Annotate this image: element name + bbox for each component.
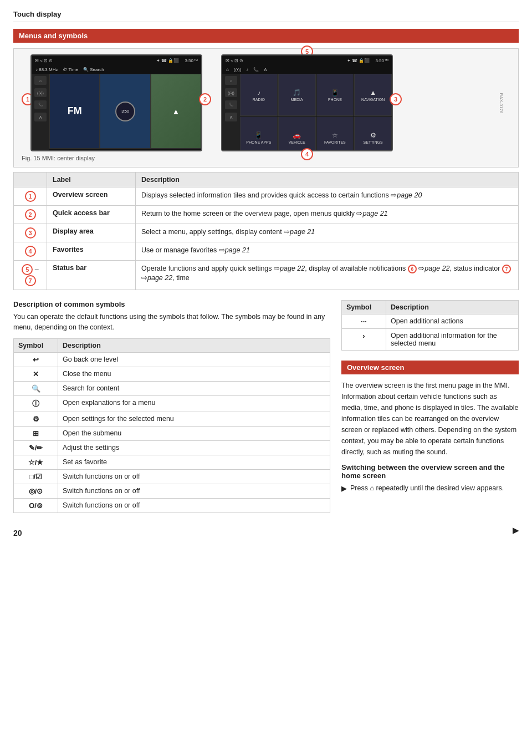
next-page-arrow[interactable]: ▶ (513, 526, 519, 535)
home-btn[interactable]: ⌂ (34, 76, 47, 85)
callout-cell-4: 4 (14, 242, 47, 261)
info-symbol: ⓘ (32, 399, 39, 408)
desc-cell-favorites: Use or manage favorites ⇨page 21 (136, 242, 519, 261)
sym-row-checkbox: □/☑ Switch functions on or off (14, 469, 330, 484)
radio-btn[interactable]: ((•)) (34, 88, 47, 97)
checkbox-symbol: □/☑ (29, 473, 42, 481)
rsym-dots: ··· (342, 314, 386, 329)
table-row: 5 – 7 Status bar Operate functions and a… (14, 261, 519, 290)
sym-col-symbol: Symbol (14, 338, 58, 352)
r-phone-btn[interactable]: 📞 (225, 100, 237, 109)
right-time-display: 3:50™ (375, 58, 388, 63)
pageref-4: page 21 (225, 246, 250, 254)
rsym-row-dots: ··· Open additional actions (342, 314, 519, 329)
sym-toggle2: O/⊚ (14, 498, 58, 513)
page-number: 20 (13, 529, 22, 537)
right-screen-wrap: 5 6 7 ✉ < ⊡ ⊙ ✦ ☎ 🔒⬛ 3:50™ (221, 54, 393, 151)
settings-symbol: ⚙ (33, 415, 39, 423)
bullet-arrow: ▶ (341, 483, 347, 494)
sym-toggle1: ◎/⊙ (14, 484, 58, 498)
sym-desc-star: Set as favorite (58, 455, 330, 469)
callout-cell-3: 3 (14, 224, 47, 242)
rsym-chevron: › (342, 329, 386, 351)
switching-subheading: Switching between the overview screen an… (341, 463, 519, 480)
home-icon-inline: ⌂ (370, 484, 374, 492)
symbols-table-left: Symbol Description ↩ Go back one level ✕… (13, 338, 330, 513)
toggle2-symbol: O/⊚ (29, 501, 43, 510)
desc-cell-status: Operate functions and apply quick settin… (136, 261, 519, 290)
rsym-desc-chevron: Open additional information for the sele… (386, 329, 519, 351)
menu-settings[interactable]: ⚙SETTINGS (354, 116, 392, 151)
nav-marker: ▲ (172, 107, 180, 116)
r-music[interactable]: ♪ (244, 67, 250, 73)
sym-row-close: ✕ Close the menu (14, 367, 330, 381)
r-phone[interactable]: 📞 (252, 67, 260, 73)
right-col: Symbol Description ··· Open additional a… (341, 300, 519, 513)
rsym-col-desc: Description (386, 301, 519, 314)
sym-row-toggle1: ◎/⊙ Switch functions on or off (14, 484, 330, 498)
tiles-row: FM 3:50 ▲ (49, 74, 201, 149)
sym-desc-edit: Adjust the settings (58, 440, 330, 455)
az-btn[interactable]: A (34, 113, 47, 121)
right-menu-area: ⌂ ((•)) 📞 A ♪RADIO 🎵MEDIA 📱PHONE ▲NAVIGA… (222, 74, 392, 151)
common-symbols-title: Description of common symbols (13, 300, 330, 308)
table-row: 3 Display area Select a menu, apply sett… (14, 224, 519, 242)
sym-row-star: ☆/★ Set as favorite (14, 455, 330, 469)
right-quick-bar: ⌂ ((•)) ♪ 📞 A (222, 65, 392, 74)
r-radio[interactable]: ((•)) (232, 67, 243, 73)
tile-nav[interactable]: ▲ (151, 74, 201, 149)
menu-vehicle[interactable]: 🚗VEHICLE (278, 116, 316, 151)
sym-row-toggle2: O/⊚ Switch functions on or off (14, 498, 330, 513)
menu-nav[interactable]: ▲NAVIGATION (354, 74, 392, 116)
callout-num-1: 1 (25, 191, 36, 202)
chevron-symbol: › (362, 332, 365, 340)
r-home[interactable]: ⌂ (224, 67, 231, 73)
nav-map: ▲ (151, 74, 201, 148)
tile-clock[interactable]: 3:50 (100, 74, 150, 149)
rax-watermark: RAX-0176 (499, 93, 504, 113)
overview-body-text: The overview screen is the first menu pa… (341, 380, 519, 458)
sym-desc-back: Go back one level (58, 352, 330, 367)
mmi-bottom-bar: ⏮ ⏸ ⏭ ⏱ ⌂ (49, 149, 201, 151)
sym-row-settings: ⚙ Open settings for the selected menu (14, 412, 330, 426)
callout-num-7: 7 (25, 275, 36, 286)
rsym-desc-dots: Open additional actions (386, 314, 519, 329)
close-symbol: ✕ (33, 370, 39, 378)
quick-access-bar: ♪ 88.3 MHz ⏱ Time 🔍 Search (32, 65, 201, 74)
menu-phone[interactable]: 📱PHONE (316, 74, 354, 116)
table-row: 2 Quick access bar Return to the home sc… (14, 206, 519, 224)
pageref-2: page 21 (362, 210, 387, 217)
sym-desc-info: Open explanations for a menu (58, 395, 330, 412)
menu-favorites[interactable]: ☆FAVORITES (316, 116, 354, 151)
sym-desc-toggle2: Switch functions on or off (58, 498, 330, 513)
bullet-text: Press ⌂ repeatedly until the desired vie… (350, 483, 504, 494)
search-symbol: 🔍 (32, 384, 40, 393)
callout-inline-7: 7 (502, 265, 511, 273)
sym-checkbox: □/☑ (14, 469, 58, 484)
sym-desc-settings: Open settings for the selected menu (58, 412, 330, 426)
r-home-btn[interactable]: ⌂ (225, 76, 237, 85)
desc-cell-qab: Return to the home screen or the overvie… (136, 206, 519, 224)
right-left-col: ⌂ ((•)) 📞 A (222, 74, 240, 151)
dots-symbol: ··· (361, 317, 367, 326)
desc-cell-display: Select a menu, apply settings, display c… (136, 224, 519, 242)
menu-media[interactable]: 🎵MEDIA (278, 74, 316, 116)
clock-dial: 3:50 (115, 102, 135, 121)
callout-num-2: 2 (25, 209, 36, 220)
figure-caption: Fig. 15 MMI: center display (19, 155, 513, 161)
r-radio-btn[interactable]: ((•)) (225, 88, 237, 97)
left-time-display: 3:50™ (185, 58, 198, 63)
tile-fm[interactable]: FM (49, 74, 100, 149)
sym-desc-close: Close the menu (58, 367, 330, 381)
screens-container: 1 ✉ < ⊡ ⊙ ✦ ☎ 🔒⬛ 3:50™ ♪ 88.3 MHz ⏱ Time (19, 54, 513, 151)
pageref-5b: page 22 (424, 265, 449, 272)
r-az[interactable]: A (262, 67, 268, 73)
r-az-btn[interactable]: A (225, 113, 237, 121)
sym-row-edit: ✎/✏ Adjust the settings (14, 440, 330, 455)
menu-radio[interactable]: ♪RADIO (240, 74, 278, 116)
rsym-col-symbol: Symbol (342, 301, 386, 314)
phone-btn[interactable]: 📞 (34, 100, 47, 109)
sym-row-grid: ⊞ Open the submenu (14, 426, 330, 440)
callout-cell-2: 2 (14, 206, 47, 224)
menu-apps[interactable]: 📱PHONE APPS (240, 116, 278, 151)
